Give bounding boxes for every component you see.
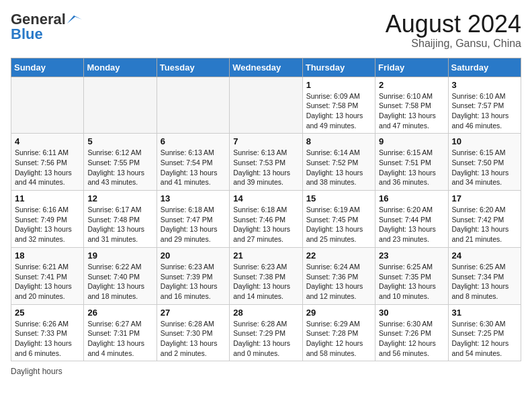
calendar-cell bbox=[84, 77, 157, 134]
calendar-cell: 10Sunrise: 6:15 AM Sunset: 7:50 PM Dayli… bbox=[448, 134, 521, 191]
calendar-week-4: 18Sunrise: 6:21 AM Sunset: 7:41 PM Dayli… bbox=[11, 247, 521, 304]
day-info: Sunrise: 6:24 AM Sunset: 7:36 PM Dayligh… bbox=[306, 262, 371, 302]
day-info: Sunrise: 6:23 AM Sunset: 7:38 PM Dayligh… bbox=[233, 262, 298, 302]
calendar-cell: 11Sunrise: 6:16 AM Sunset: 7:49 PM Dayli… bbox=[11, 191, 84, 248]
day-number: 2 bbox=[379, 80, 444, 90]
calendar-cell: 15Sunrise: 6:19 AM Sunset: 7:45 PM Dayli… bbox=[302, 191, 375, 248]
calendar-cell: 3Sunrise: 6:10 AM Sunset: 7:57 PM Daylig… bbox=[448, 77, 521, 134]
calendar-header-friday: Friday bbox=[375, 58, 448, 77]
day-number: 9 bbox=[379, 136, 444, 146]
calendar-header-monday: Monday bbox=[84, 58, 157, 77]
legend: Daylight hours bbox=[11, 367, 521, 376]
calendar-cell bbox=[157, 77, 229, 134]
calendar-cell: 1Sunrise: 6:09 AM Sunset: 7:58 PM Daylig… bbox=[302, 77, 375, 134]
month-title: August 2024 bbox=[386, 11, 521, 38]
day-number: 14 bbox=[233, 193, 298, 203]
day-info: Sunrise: 6:19 AM Sunset: 7:45 PM Dayligh… bbox=[306, 205, 371, 244]
day-number: 4 bbox=[15, 136, 80, 146]
day-info: Sunrise: 6:20 AM Sunset: 7:42 PM Dayligh… bbox=[452, 205, 517, 244]
day-info: Sunrise: 6:18 AM Sunset: 7:47 PM Dayligh… bbox=[161, 205, 226, 244]
day-info: Sunrise: 6:13 AM Sunset: 7:53 PM Dayligh… bbox=[233, 148, 298, 187]
day-number: 6 bbox=[161, 136, 226, 146]
calendar-cell: 5Sunrise: 6:12 AM Sunset: 7:55 PM Daylig… bbox=[84, 134, 157, 191]
calendar-cell: 21Sunrise: 6:23 AM Sunset: 7:38 PM Dayli… bbox=[230, 247, 302, 304]
day-info: Sunrise: 6:14 AM Sunset: 7:52 PM Dayligh… bbox=[306, 148, 371, 187]
calendar-cell bbox=[11, 77, 84, 134]
logo: General Blue bbox=[11, 11, 82, 43]
calendar-cell: 2Sunrise: 6:10 AM Sunset: 7:58 PM Daylig… bbox=[375, 77, 448, 134]
calendar-cell: 12Sunrise: 6:17 AM Sunset: 7:48 PM Dayli… bbox=[84, 191, 157, 248]
day-number: 28 bbox=[233, 308, 298, 318]
day-number: 21 bbox=[233, 250, 298, 261]
day-number: 8 bbox=[306, 136, 371, 146]
day-number: 12 bbox=[87, 193, 152, 203]
calendar-cell: 26Sunrise: 6:27 AM Sunset: 7:31 PM Dayli… bbox=[84, 304, 157, 361]
day-number: 3 bbox=[452, 80, 517, 90]
calendar-header-saturday: Saturday bbox=[448, 58, 521, 77]
calendar-cell: 16Sunrise: 6:20 AM Sunset: 7:44 PM Dayli… bbox=[375, 191, 448, 248]
day-number: 30 bbox=[379, 308, 444, 318]
calendar-cell: 9Sunrise: 6:15 AM Sunset: 7:51 PM Daylig… bbox=[375, 134, 448, 191]
day-info: Sunrise: 6:28 AM Sunset: 7:29 PM Dayligh… bbox=[233, 319, 298, 359]
day-info: Sunrise: 6:12 AM Sunset: 7:55 PM Dayligh… bbox=[87, 148, 152, 187]
calendar-cell: 4Sunrise: 6:11 AM Sunset: 7:56 PM Daylig… bbox=[11, 134, 84, 191]
day-number: 29 bbox=[306, 308, 371, 318]
calendar-cell: 18Sunrise: 6:21 AM Sunset: 7:41 PM Dayli… bbox=[11, 247, 84, 304]
day-number: 18 bbox=[15, 250, 80, 261]
day-number: 19 bbox=[87, 250, 152, 261]
calendar-cell: 27Sunrise: 6:28 AM Sunset: 7:30 PM Dayli… bbox=[157, 304, 229, 361]
day-number: 23 bbox=[379, 250, 444, 261]
calendar-cell: 20Sunrise: 6:23 AM Sunset: 7:39 PM Dayli… bbox=[157, 247, 229, 304]
day-info: Sunrise: 6:25 AM Sunset: 7:34 PM Dayligh… bbox=[452, 262, 517, 302]
day-info: Sunrise: 6:28 AM Sunset: 7:30 PM Dayligh… bbox=[161, 319, 226, 359]
title-area: August 2024 Shaijing, Gansu, China bbox=[386, 11, 521, 50]
day-number: 16 bbox=[379, 193, 444, 203]
day-info: Sunrise: 6:11 AM Sunset: 7:56 PM Dayligh… bbox=[15, 148, 80, 187]
day-number: 20 bbox=[161, 250, 226, 261]
calendar-cell: 22Sunrise: 6:24 AM Sunset: 7:36 PM Dayli… bbox=[302, 247, 375, 304]
calendar-header-wednesday: Wednesday bbox=[230, 58, 302, 77]
calendar-cell: 29Sunrise: 6:29 AM Sunset: 7:28 PM Dayli… bbox=[302, 304, 375, 361]
calendar-header-row: SundayMondayTuesdayWednesdayThursdayFrid… bbox=[11, 58, 521, 77]
page-header: General Blue August 2024 Shaijing, Gansu… bbox=[11, 11, 521, 50]
calendar-cell: 8Sunrise: 6:14 AM Sunset: 7:52 PM Daylig… bbox=[302, 134, 375, 191]
day-info: Sunrise: 6:25 AM Sunset: 7:35 PM Dayligh… bbox=[379, 262, 444, 302]
day-info: Sunrise: 6:22 AM Sunset: 7:40 PM Dayligh… bbox=[87, 262, 152, 302]
calendar-cell: 19Sunrise: 6:22 AM Sunset: 7:40 PM Dayli… bbox=[84, 247, 157, 304]
calendar-cell: 7Sunrise: 6:13 AM Sunset: 7:53 PM Daylig… bbox=[230, 134, 302, 191]
day-number: 7 bbox=[233, 136, 298, 146]
calendar-cell: 25Sunrise: 6:26 AM Sunset: 7:33 PM Dayli… bbox=[11, 304, 84, 361]
calendar-week-3: 11Sunrise: 6:16 AM Sunset: 7:49 PM Dayli… bbox=[11, 191, 521, 248]
day-info: Sunrise: 6:29 AM Sunset: 7:28 PM Dayligh… bbox=[306, 319, 371, 359]
day-info: Sunrise: 6:10 AM Sunset: 7:58 PM Dayligh… bbox=[379, 91, 444, 131]
day-number: 25 bbox=[15, 308, 80, 318]
day-number: 17 bbox=[452, 193, 517, 203]
calendar-table: SundayMondayTuesdayWednesdayThursdayFrid… bbox=[11, 58, 521, 362]
day-number: 10 bbox=[452, 136, 517, 146]
logo-blue: Blue bbox=[11, 26, 43, 43]
day-info: Sunrise: 6:09 AM Sunset: 7:58 PM Dayligh… bbox=[306, 91, 371, 131]
day-info: Sunrise: 6:18 AM Sunset: 7:46 PM Dayligh… bbox=[233, 205, 298, 244]
svg-marker-0 bbox=[67, 15, 82, 24]
day-number: 31 bbox=[452, 308, 517, 318]
day-number: 5 bbox=[87, 136, 152, 146]
calendar-header-sunday: Sunday bbox=[11, 58, 84, 77]
calendar-cell: 14Sunrise: 6:18 AM Sunset: 7:46 PM Dayli… bbox=[230, 191, 302, 248]
day-info: Sunrise: 6:30 AM Sunset: 7:26 PM Dayligh… bbox=[379, 319, 444, 359]
location-subtitle: Shaijing, Gansu, China bbox=[386, 38, 521, 50]
day-info: Sunrise: 6:15 AM Sunset: 7:50 PM Dayligh… bbox=[452, 148, 517, 187]
day-info: Sunrise: 6:21 AM Sunset: 7:41 PM Dayligh… bbox=[15, 262, 80, 302]
day-info: Sunrise: 6:27 AM Sunset: 7:31 PM Dayligh… bbox=[87, 319, 152, 359]
calendar-week-1: 1Sunrise: 6:09 AM Sunset: 7:58 PM Daylig… bbox=[11, 77, 521, 134]
day-number: 13 bbox=[161, 193, 226, 203]
calendar-cell: 23Sunrise: 6:25 AM Sunset: 7:35 PM Dayli… bbox=[375, 247, 448, 304]
day-number: 15 bbox=[306, 193, 371, 203]
calendar-cell: 6Sunrise: 6:13 AM Sunset: 7:54 PM Daylig… bbox=[157, 134, 229, 191]
calendar-week-5: 25Sunrise: 6:26 AM Sunset: 7:33 PM Dayli… bbox=[11, 304, 521, 361]
calendar-header-tuesday: Tuesday bbox=[157, 58, 229, 77]
calendar-header-thursday: Thursday bbox=[302, 58, 375, 77]
logo-bird-icon bbox=[67, 14, 82, 25]
day-info: Sunrise: 6:20 AM Sunset: 7:44 PM Dayligh… bbox=[379, 205, 444, 244]
day-number: 22 bbox=[306, 250, 371, 261]
day-number: 27 bbox=[161, 308, 226, 318]
